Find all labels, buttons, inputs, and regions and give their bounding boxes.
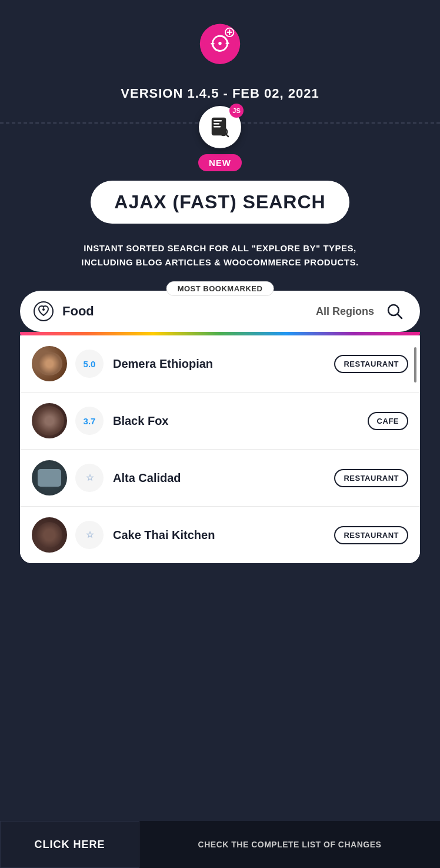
svg-line-17 [398,314,402,319]
description-line2: INCLUDING BLOG ARTICLES & WOOCOMMERCE PR… [81,257,358,267]
result-item[interactable]: ☆ Cake Thai Kitchen RESTAURANT [20,507,420,563]
heart-location-icon [34,301,54,321]
result-tag-2: CAFE [368,412,408,430]
most-bookmarked-label: MOST BOOKMARKED [166,281,274,296]
result-score-3: ☆ [75,464,104,492]
svg-line-13 [226,134,228,137]
click-here-button[interactable]: CLICK HERE [0,821,139,868]
score-value-3: ☆ [86,473,94,483]
description-line1: INSTANT SORTED SEARCH FOR ALL "EXPLORE B… [84,243,356,253]
search-widget-wrapper: MOST BOOKMARKED Food All Regions [20,291,420,563]
region-label: All Regions [316,305,374,318]
svg-rect-10 [214,123,219,125]
click-here-label: CLICK HERE [34,839,105,851]
check-list-button[interactable]: CHECK THE COMPLETE LIST OF CHANGES [139,821,440,868]
avatar [32,517,67,553]
svg-rect-9 [214,120,222,122]
pin-icon-wrapper [196,21,244,74]
svg-point-4 [218,42,221,45]
ajax-title-box: AJAX (FAST) SEARCH [91,181,349,224]
avatar [32,460,67,495]
result-name-1: Demera Ethiopian [113,357,334,371]
new-badge: NEW [198,154,242,171]
result-name-2: Black Fox [113,414,368,428]
heart-pin-icon [33,301,54,322]
pin-icon [199,24,241,72]
score-value-2: 3.7 [84,416,96,426]
description-text: INSTANT SORTED SEARCH FOR ALL "EXPLORE B… [52,241,388,270]
score-value-4: ☆ [86,530,94,540]
results-list: 5.0 Demera Ethiopian RESTAURANT 3.7 Blac… [20,335,420,563]
check-list-label: CHECK THE COMPLETE LIST OF CHANGES [198,840,382,849]
search-icon [386,302,404,320]
feature-icon-circle: JS [199,106,241,148]
avatar [32,403,67,438]
result-score-1: 5.0 [75,350,104,378]
result-name-3: Alta Calidad [113,471,334,485]
result-item[interactable]: ☆ Alta Calidad RESTAURANT [20,450,420,507]
feature-icon-area: JS [199,106,241,148]
category-label: Food [62,304,316,319]
search-bar-container[interactable]: Food All Regions [20,291,420,332]
svg-point-15 [42,308,45,311]
results-inner: 5.0 Demera Ethiopian RESTAURANT 3.7 Blac… [20,335,420,563]
svg-point-14 [34,302,53,321]
search-bar-inner: Food All Regions [33,299,407,324]
version-text: VERSION 1.4.5 - FEB 02, 2021 [121,86,319,101]
svg-rect-11 [214,126,221,128]
result-score-2: 3.7 [75,407,104,435]
ajax-title: AJAX (FAST) SEARCH [114,191,325,213]
result-tag-4: RESTAURANT [334,526,408,544]
score-value-1: 5.0 [84,359,96,369]
bottom-bar: CLICK HERE CHECK THE COMPLETE LIST OF CH… [0,821,440,868]
result-name-4: Cake Thai Kitchen [113,528,334,542]
avatar [32,346,67,381]
result-item[interactable]: 3.7 Black Fox CAFE [20,393,420,450]
main-container: VERSION 1.4.5 - FEB 02, 2021 JS NEW AJAX… [0,0,440,868]
document-search-icon [208,115,232,139]
result-tag-1: RESTAURANT [334,355,408,373]
result-tag-3: RESTAURANT [334,469,408,487]
result-item[interactable]: 5.0 Demera Ethiopian RESTAURANT [20,335,420,393]
search-button[interactable] [382,299,407,324]
js-badge: JS [229,104,244,118]
scroll-indicator [414,347,416,383]
result-score-4: ☆ [75,521,104,549]
